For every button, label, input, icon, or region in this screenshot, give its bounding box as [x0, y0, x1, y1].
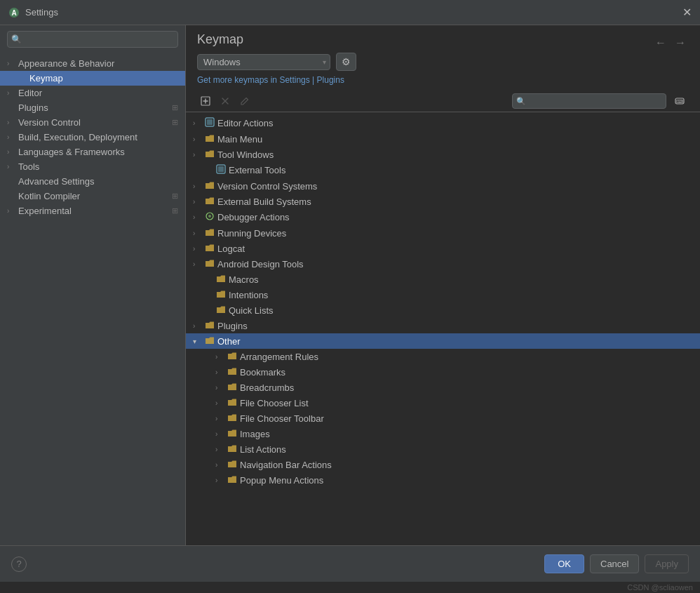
keymap-link-row: Get more keymaps in Settings | Plugins [197, 75, 689, 85]
main-content: 🔍 › Appearance & Behavior Keymap › Edito… [0, 25, 700, 545]
sidebar-item-keymap[interactable]: Keymap [0, 71, 185, 86]
tree-row-debugger-actions[interactable]: › Debugger Actions [186, 209, 700, 225]
tree-row-label: List Actions [240, 444, 693, 455]
tree-row-plugins[interactable]: › Plugins [186, 318, 700, 333]
gear-button[interactable]: ⚙ [336, 53, 356, 71]
tree-row-label: Intentions [229, 290, 693, 300]
keymap-selector-row: Windows Mac OS X Default ▾ ⚙ [197, 53, 689, 71]
folder-icon [205, 321, 215, 331]
help-button[interactable]: ? [11, 557, 27, 572]
folder-icon [227, 475, 237, 486]
add-button[interactable] [197, 94, 214, 108]
sidebar-item-label: Kotlin Compiler [18, 191, 172, 201]
sidebar-search-input[interactable] [7, 31, 178, 48]
nav-forward-button[interactable]: → [672, 35, 689, 51]
tree-row-bookmarks[interactable]: › Bookmarks [186, 364, 700, 380]
tree-row-label: Android Design Tools [217, 259, 693, 269]
folder-icon [205, 196, 215, 207]
sidebar-item-label: Appearance & Behavior [18, 58, 178, 69]
tree-row-android-design-tools[interactable]: › Android Design Tools [186, 256, 700, 272]
apply-button[interactable]: Apply [645, 554, 689, 573]
folder-icon [205, 244, 215, 254]
sidebar-search-icon: 🔍 [11, 34, 22, 44]
edit-button[interactable] [236, 94, 253, 108]
tree-row-version-control-systems[interactable]: › Version Control Systems [186, 178, 700, 194]
tree-row-file-chooser-toolbar[interactable]: › File Chooser Toolbar [186, 411, 700, 426]
chevron-right-icon: › [193, 245, 203, 253]
bottom-bar-buttons: OK Cancel Apply [544, 554, 689, 573]
sidebar-item-build-execution[interactable]: › Build, Execution, Deployment [0, 130, 185, 145]
folder-icon [227, 413, 237, 424]
tree-panel: › Editor Actions › Main Menu › Tool Wind… [186, 112, 700, 545]
chevron-right-icon: › [193, 198, 203, 206]
tree-row-navigation-bar-actions[interactable]: › Navigation Bar Actions [186, 457, 700, 472]
tree-row-label: Navigation Bar Actions [240, 460, 693, 470]
expand-icon: ⊞ [172, 118, 178, 127]
nav-back-button[interactable]: ← [652, 35, 669, 51]
tree-row-arrangement-rules[interactable]: › Arrangement Rules [186, 349, 700, 364]
chevron-right-icon: › [215, 415, 225, 422]
keymap-dropdown[interactable]: Windows Mac OS X Default [197, 54, 330, 70]
sidebar-item-label: Advanced Settings [18, 176, 178, 187]
sidebar-item-advanced-settings[interactable]: Advanced Settings [0, 174, 185, 189]
sidebar-item-label: Version Control [18, 117, 172, 128]
cancel-button[interactable]: Cancel [590, 554, 639, 573]
tree-row-label: Debugger Actions [217, 212, 693, 222]
close-button[interactable]: ✕ [682, 7, 692, 18]
sidebar-item-editor[interactable]: › Editor [0, 86, 185, 100]
tree-row-intentions[interactable]: Intentions [186, 287, 700, 302]
tree-row-external-build-systems[interactable]: › External Build Systems [186, 194, 700, 209]
tree-row-logcat[interactable]: › Logcat [186, 241, 700, 256]
chevron-right-icon: › [193, 135, 203, 143]
keymap-dropdown-wrapper: Windows Mac OS X Default ▾ [197, 54, 330, 70]
chevron-right-icon: › [193, 119, 203, 127]
toolbar-search: 🔍 ⌨ [512, 93, 689, 109]
svg-text:⌨: ⌨ [676, 99, 683, 104]
toolbar-search-input[interactable] [512, 93, 666, 109]
sidebar-item-tools[interactable]: › Tools [0, 159, 185, 174]
chevron-right-icon: › [193, 322, 203, 330]
chevron-icon: › [7, 207, 15, 215]
chevron-icon: › [7, 148, 15, 156]
tree-row-label: External Tools [229, 165, 693, 175]
tree-row-other[interactable]: ▾ Other [186, 333, 700, 349]
sidebar-search-box: 🔍 [0, 25, 185, 53]
tree-row-images[interactable]: › Images [186, 426, 700, 441]
sidebar-item-languages-frameworks[interactable]: › Languages & Frameworks [0, 145, 185, 159]
svg-rect-8 [207, 119, 213, 125]
tree-row-quick-lists[interactable]: Quick Lists [186, 302, 700, 318]
tree-row-breadcrumbs[interactable]: › Breadcrumbs [186, 380, 700, 395]
plugins-link[interactable]: Plugins [317, 75, 344, 85]
tree-row-main-menu[interactable]: › Main Menu [186, 131, 700, 147]
panel-title: Keymap [197, 32, 243, 47]
remove-button[interactable] [217, 94, 234, 108]
svg-text:A: A [11, 9, 16, 17]
tree-row-file-chooser-list[interactable]: › File Chooser List [186, 395, 700, 411]
ok-button[interactable]: OK [544, 554, 584, 573]
tree-row-macros[interactable]: Macros [186, 272, 700, 287]
chevron-right-icon: › [215, 430, 225, 438]
svg-point-12 [208, 215, 211, 218]
find-action-button[interactable]: ⌨ [671, 93, 689, 109]
chevron-right-icon: › [193, 260, 203, 268]
chevron-right-icon: › [215, 353, 225, 361]
sidebar-item-plugins[interactable]: Plugins ⊞ [0, 100, 185, 115]
folder-icon [205, 134, 215, 145]
sidebar-item-experimental[interactable]: › Experimental ⊞ [0, 204, 185, 218]
folder-icon [216, 290, 226, 300]
tree-row-label: Main Menu [217, 134, 693, 145]
sidebar-item-version-control[interactable]: › Version Control ⊞ [0, 115, 185, 130]
tree-row-editor-actions[interactable]: › Editor Actions [186, 115, 700, 131]
tree-row-label: Breadcrumbs [240, 382, 693, 393]
tree-row-list-actions[interactable]: › List Actions [186, 441, 700, 457]
tree-row-tool-windows[interactable]: › Tool Windows [186, 147, 700, 162]
chevron-icon: › [7, 163, 15, 171]
tree-row-external-tools[interactable]: External Tools [186, 162, 700, 178]
sidebar-item-appearance-behavior[interactable]: › Appearance & Behavior [0, 56, 185, 71]
folder-icon [205, 228, 215, 239]
get-more-keymaps-link[interactable]: Get more keymaps in Settings [197, 75, 310, 85]
sidebar-item-kotlin-compiler[interactable]: Kotlin Compiler ⊞ [0, 189, 185, 204]
tree-row-popup-menu-actions[interactable]: › Popup Menu Actions [186, 472, 700, 488]
chevron-right-icon: › [193, 213, 203, 221]
tree-row-running-devices[interactable]: › Running Devices [186, 225, 700, 241]
